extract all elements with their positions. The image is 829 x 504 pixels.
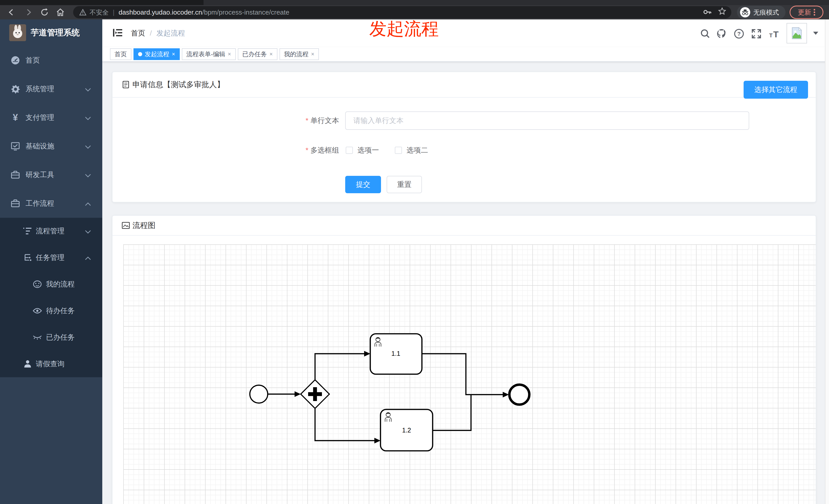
sidebar-item-todo-tasks[interactable]: 待办任务: [0, 298, 102, 324]
address-bar[interactable]: 不安全 | dashboard.yudao.iocoder.cn/bpm/pro…: [73, 6, 731, 18]
forward-icon[interactable]: [23, 7, 34, 18]
end-event[interactable]: [509, 385, 529, 404]
bpmn-canvas[interactable]: 1.1 1.2: [123, 244, 816, 504]
svg-text:?: ?: [737, 31, 741, 37]
tab-label: 我的流程: [284, 50, 309, 58]
sidebar-item-system[interactable]: 系统管理: [0, 75, 102, 103]
chevron-up-icon: [85, 199, 91, 208]
option2-checkbox[interactable]: [395, 147, 402, 154]
chevron-up-icon: [85, 253, 91, 263]
tab-my-process[interactable]: 我的流程 ×: [280, 48, 319, 60]
choose-other-process-button[interactable]: 选择其它流程: [744, 81, 808, 99]
sidebar-item-workflow[interactable]: 工作流程: [0, 189, 102, 218]
security-label[interactable]: 不安全: [89, 8, 109, 16]
browser-menu-icon[interactable]: [814, 9, 815, 15]
tab-home[interactable]: 首页: [110, 48, 132, 60]
security-warning-icon[interactable]: [79, 9, 86, 15]
sidebar-item-devtools[interactable]: 研发工具: [0, 160, 102, 189]
bpmn-diagram: 1.1 1.2: [123, 244, 816, 504]
svg-text:T: T: [773, 29, 779, 38]
avatar-dropdown-icon[interactable]: [813, 32, 818, 35]
app-title: 芋道管理系统: [31, 27, 80, 38]
font-size-icon[interactable]: TT: [769, 28, 780, 39]
process-diagram-card: 流程图: [112, 215, 816, 504]
yen-icon: ¥: [10, 112, 21, 123]
sidebar-item-label: 流程管理: [36, 226, 65, 236]
url-path[interactable]: /bpm/process-instance/create: [202, 8, 289, 16]
sidebar-item-infra[interactable]: 基础设施: [0, 132, 102, 160]
browser-active-tab[interactable]: [204, 0, 829, 5]
sidebar-item-home[interactable]: 首页: [0, 46, 102, 75]
apply-info-title: 申请信息【测试多审批人】: [133, 79, 224, 90]
close-icon[interactable]: ×: [228, 51, 231, 57]
sidebar-item-done-tasks[interactable]: 已办任务: [0, 324, 102, 351]
tab-done-tasks[interactable]: 已办任务 ×: [238, 48, 278, 60]
submit-button[interactable]: 提交: [345, 176, 381, 193]
close-icon[interactable]: ×: [269, 51, 273, 57]
page-scrollbar[interactable]: [825, 20, 829, 504]
search-icon[interactable]: [699, 28, 711, 39]
task2-label: 1.2: [402, 427, 411, 434]
password-key-icon[interactable]: [703, 8, 712, 17]
chevron-down-icon: [85, 142, 91, 151]
incognito-label: 无痕模式: [753, 8, 779, 16]
help-icon[interactable]: ?: [733, 28, 745, 39]
github-icon[interactable]: [716, 28, 727, 39]
breadcrumb: 首页 / 发起流程: [131, 20, 185, 47]
sidebar-item-my-process[interactable]: 我的流程: [0, 271, 102, 298]
task1-label: 1.1: [392, 350, 400, 357]
close-icon[interactable]: ×: [311, 51, 315, 57]
reload-icon[interactable]: [39, 7, 50, 18]
close-icon[interactable]: ×: [172, 51, 175, 57]
single-line-text-input[interactable]: [345, 111, 749, 130]
fullscreen-icon[interactable]: [751, 28, 762, 39]
app-root: 不安全 | dashboard.yudao.iocoder.cn/bpm/pro…: [0, 0, 829, 504]
apply-info-header: 申请信息【测试多审批人】: [112, 72, 816, 98]
back-icon[interactable]: [6, 7, 17, 18]
start-event[interactable]: [250, 385, 268, 403]
chevron-down-icon: [85, 84, 91, 94]
required-mark: *: [305, 146, 309, 154]
sidebar-item-label: 工作流程: [26, 199, 54, 208]
checkbox-group-label: *多选框组: [278, 143, 339, 158]
sidebar-item-label: 我的流程: [46, 279, 75, 289]
option1-checkbox[interactable]: [346, 147, 353, 154]
sidebar-item-label: 已办任务: [46, 333, 75, 342]
process-diagram-header: 流程图: [112, 216, 816, 236]
tab-label: 首页: [114, 50, 127, 58]
option1-label[interactable]: 选项一: [358, 143, 379, 158]
process-diagram-title: 流程图: [133, 220, 155, 231]
tags-view-bar: 首页 发起流程 × 流程表单-编辑 × 已办任务 × 我的流程 ×: [102, 47, 829, 62]
arrowhead-icon: [503, 392, 509, 397]
sidebar-item-label: 系统管理: [26, 84, 54, 94]
incognito-badge[interactable]: 无痕模式: [737, 6, 786, 19]
url-separator: |: [113, 8, 114, 16]
avatar[interactable]: [787, 23, 807, 43]
bookmark-star-icon[interactable]: [718, 7, 726, 17]
sidebar-item-label: 待办任务: [46, 306, 75, 316]
app-logo-row[interactable]: 芋道管理系统: [0, 20, 102, 46]
flow-gateway-task2: [315, 409, 374, 440]
home-icon[interactable]: [55, 7, 66, 18]
browser-tabstrip: [0, 0, 829, 5]
tab-form-edit[interactable]: 流程表单-编辑 ×: [182, 48, 236, 60]
tab-start-process[interactable]: 发起流程 ×: [134, 48, 180, 60]
option2-label[interactable]: 选项二: [406, 143, 428, 158]
flow-node-icon: [23, 253, 33, 263]
reset-button[interactable]: 重置: [387, 176, 422, 193]
arrowhead-icon: [295, 391, 301, 397]
sidebar-item-task-mgmt[interactable]: 任务管理: [0, 244, 102, 271]
sidebar-item-process-mgmt[interactable]: 流程管理: [0, 218, 102, 244]
checkbox-group-row: *多选框组 选项一 选项二: [112, 143, 816, 158]
sidebar-toggle-icon[interactable]: [112, 28, 123, 38]
sidebar-item-leave-query[interactable]: 请假查询: [0, 351, 102, 377]
dashboard-icon: [10, 55, 21, 66]
sidebar-item-label: 请假查询: [36, 359, 65, 369]
flow-gateway-task1: [315, 354, 364, 380]
url-host[interactable]: dashboard.yudao.iocoder.cn: [119, 8, 202, 16]
sidebar-item-payment[interactable]: ¥ 支付管理: [0, 103, 102, 132]
image-icon: [122, 222, 130, 229]
breadcrumb-home[interactable]: 首页: [131, 28, 145, 38]
update-button[interactable]: 更新: [790, 6, 823, 19]
main-area: 首页 / 发起流程 ? TT: [102, 20, 829, 504]
